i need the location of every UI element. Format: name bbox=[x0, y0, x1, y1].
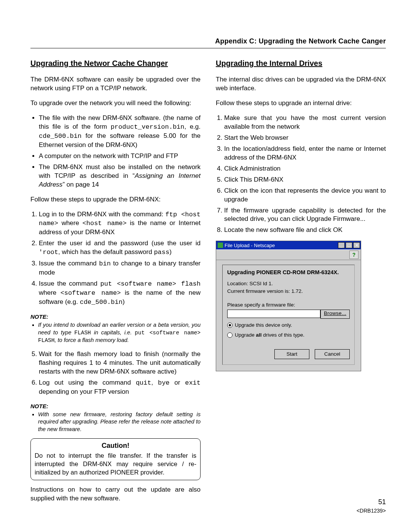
list-item: Click Administration bbox=[224, 165, 386, 173]
version-label: Current firmware version is: 1.72. bbox=[227, 288, 350, 295]
steps-list-right: Make sure that you have the most current… bbox=[216, 114, 386, 235]
dialog-panel: Upgrading PIONEER CD-ROM DRM-6324X. Loca… bbox=[222, 265, 355, 365]
minimize-button[interactable]: _ bbox=[338, 242, 345, 248]
app-icon bbox=[218, 243, 223, 248]
para: To upgrade over the network you will nee… bbox=[30, 99, 201, 108]
list-item: If you intend to download an earlier ver… bbox=[38, 321, 201, 345]
para: Follow these steps to upgrade an interna… bbox=[216, 99, 386, 108]
running-header: Appendix C: Upgrading the Network Cache … bbox=[30, 37, 386, 48]
note-list: If you intend to download an earlier ver… bbox=[30, 321, 201, 345]
doc-code: <DRB1239> bbox=[357, 507, 386, 514]
list-item: Wait for the flash memory load to finish… bbox=[39, 350, 201, 376]
caution-box: Caution! Do not to interrupt the file tr… bbox=[30, 438, 201, 480]
steps-list-b: Wait for the flash memory load to finish… bbox=[30, 350, 201, 396]
list-item: With some new firmware, restoring factor… bbox=[38, 411, 201, 433]
prereq-list: The file with the new DRM-6NX software. … bbox=[30, 114, 201, 189]
titlebar[interactable]: File Upload - Netscape _ □ ✕ bbox=[216, 241, 361, 249]
note-heading: NOTE: bbox=[30, 313, 201, 321]
section-title-right: Upgrading the Internal Drives bbox=[216, 58, 386, 69]
file-row: Browse... bbox=[227, 310, 350, 319]
list-item: Locate the new software file and click O… bbox=[224, 226, 386, 235]
list-item: Click on the icon that represents the de… bbox=[224, 187, 386, 204]
list-item: The file with the new DRM-6NX software. … bbox=[39, 114, 201, 150]
dialog-window: File Upload - Netscape _ □ ✕ ? Upgrading… bbox=[216, 241, 361, 371]
para: Follow these steps to upgrade the DRM-6N… bbox=[30, 195, 201, 204]
button-row: Start Cancel bbox=[227, 349, 350, 359]
firmware-file-input[interactable] bbox=[227, 310, 320, 318]
radio-label: Upgrade all drives of this type. bbox=[235, 332, 304, 339]
list-item: Issue the command put <software name> fl… bbox=[39, 280, 201, 307]
radio-icon bbox=[227, 332, 233, 338]
list-item: Enter the user id and the password (use … bbox=[39, 239, 201, 257]
left-column: Upgrading the Networ Cache Changer The D… bbox=[30, 58, 201, 509]
steps-list-a: Log in to the DRM-6NX with the command: … bbox=[30, 210, 201, 307]
caution-body: Do not to interrupt the file transfer. I… bbox=[35, 451, 196, 477]
list-item: In the location/address field, enter the… bbox=[224, 145, 386, 162]
file-label: Please specify a firmware file: bbox=[227, 302, 350, 308]
section-title-left: Upgrading the Networ Cache Changer bbox=[30, 58, 201, 69]
para: Instructions on how to carry out the upd… bbox=[30, 486, 201, 503]
note-list: With some new firmware, restoring factor… bbox=[30, 411, 201, 433]
list-item: Log in to the DRM-6NX with the command: … bbox=[39, 210, 201, 237]
radio-icon bbox=[227, 323, 233, 328]
list-item: Log out using the command quit, bye or e… bbox=[39, 379, 201, 396]
toolbar: ? bbox=[216, 249, 361, 260]
maximize-button[interactable]: □ bbox=[346, 242, 352, 248]
browse-button[interactable]: Browse... bbox=[320, 310, 350, 319]
list-item: If the firmware upgrade capability is de… bbox=[224, 206, 386, 224]
list-item: Make sure that you have the most current… bbox=[224, 114, 386, 131]
right-column: Upgrading the Internal Drives The intern… bbox=[216, 58, 386, 509]
close-button[interactable]: ✕ bbox=[353, 242, 360, 248]
dialog-body: Upgrading PIONEER CD-ROM DRM-6324X. Loca… bbox=[216, 260, 361, 371]
window-title: File Upload - Netscape bbox=[225, 242, 337, 249]
list-item: A computer on the network with TCP/IP an… bbox=[39, 152, 201, 161]
radio-this-device[interactable]: Upgrade this device only. bbox=[227, 322, 350, 329]
columns: Upgrading the Networ Cache Changer The D… bbox=[30, 58, 386, 509]
page-number: 51 bbox=[357, 497, 386, 506]
list-item: Issue the command bin to change to a bin… bbox=[39, 259, 201, 277]
cancel-button[interactable]: Cancel bbox=[315, 349, 350, 359]
location-label: Location: SCSI Id 1. bbox=[227, 280, 350, 287]
list-item: The DRM-6NX must also be installed on th… bbox=[39, 163, 201, 189]
para: The internal disc drives can be upgraded… bbox=[216, 75, 386, 93]
panel-heading: Upgrading PIONEER CD-ROM DRM-6324X. bbox=[227, 269, 350, 276]
radio-all-drives[interactable]: Upgrade all drives of this type. bbox=[227, 332, 350, 339]
list-item: Click This DRM-6NX bbox=[224, 176, 386, 184]
help-button[interactable]: ? bbox=[349, 251, 358, 259]
start-button[interactable]: Start bbox=[274, 349, 309, 359]
page: Appendix C: Upgrading the Network Cache … bbox=[0, 0, 411, 532]
note-heading: NOTE: bbox=[30, 403, 201, 410]
radio-label: Upgrade this device only. bbox=[235, 322, 292, 329]
para: The DRM-6NX software can easily be upgra… bbox=[30, 75, 201, 93]
list-item: Start the Web browser bbox=[224, 134, 386, 142]
caution-heading: Caution! bbox=[35, 441, 196, 450]
page-footer: 51 <DRB1239> bbox=[357, 497, 386, 514]
